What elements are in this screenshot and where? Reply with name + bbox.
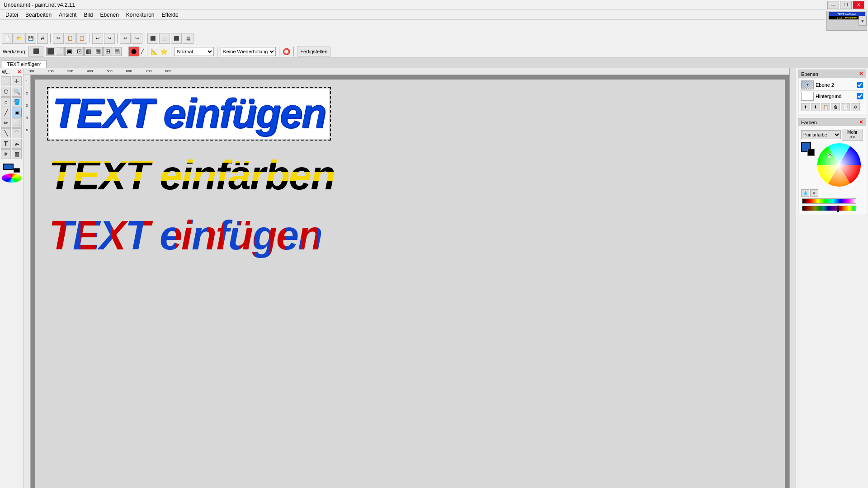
layer-duplicate-btn[interactable]: 📋 — [821, 103, 830, 111]
shape-btn-2[interactable]: ⬜ — [56, 47, 65, 56]
color-palette-bar[interactable] — [802, 206, 856, 211]
magic-wand-tool[interactable]: ✵ — [1, 149, 11, 159]
text-tool[interactable]: T — [1, 139, 11, 149]
shape-btn-3[interactable]: ▣ — [65, 47, 74, 56]
options-sep1 — [125, 47, 125, 56]
close-button[interactable]: ✕ — [853, 1, 864, 9]
angle-icon: 📐 — [151, 48, 158, 55]
toolbox-close-button[interactable]: ✕ — [17, 69, 21, 75]
menu-bild[interactable]: Bild — [80, 11, 96, 19]
shape-btn-4[interactable]: ⊡ — [75, 47, 84, 56]
menu-bearbeiten[interactable]: Bearbeiten — [22, 11, 55, 19]
color-hex-btn[interactable]: # — [810, 189, 818, 197]
zoom-tool[interactable]: 🔍 — [12, 87, 22, 97]
main-toolbar: 📄 📂 💾 🖨 ✂ 📋 📋 ↩ ↪ ↩ ↪ ⬛ ⬜ ⬛ ▤ — [0, 32, 868, 45]
layer-props-btn[interactable]: ⚙ — [851, 103, 860, 111]
tab-bar: TEXT einfügen* — [0, 58, 868, 68]
text-einf-gen-1: TEXT einfügen — [49, 89, 329, 139]
thumbnail-arrow[interactable]: ▼ — [859, 16, 867, 26]
layer-delete-btn[interactable]: 🗑 — [831, 103, 840, 111]
number-tool[interactable]: ⌲ — [12, 139, 22, 149]
line-tool[interactable]: ╲ — [1, 128, 11, 138]
options-sep2 — [147, 47, 147, 56]
colors-panel-close[interactable]: ✕ — [859, 119, 863, 125]
text-layer-1: TEXT einfügen — [35, 84, 785, 143]
select-rect-tool[interactable]: ⬜ — [1, 76, 11, 86]
brush-tool[interactable]: ╱ — [1, 108, 11, 117]
menu-datei[interactable]: Datei — [2, 11, 22, 19]
move-tool[interactable]: ✛ — [12, 76, 22, 86]
svg-point-1 — [817, 143, 861, 187]
layer-item-2[interactable]: T Ebene 2 — [800, 80, 864, 91]
shape-btn-7[interactable]: ⊞ — [103, 47, 112, 56]
shape-btn-1[interactable]: ⬛ — [46, 47, 55, 56]
more-button[interactable]: Mehr >> — [842, 129, 863, 141]
menu-ansicht[interactable]: Ansicht — [55, 11, 80, 19]
canvas-viewport[interactable]: TEXT einfügen TEXT einfärben TEXT einfüg… — [31, 75, 789, 488]
clone-tool[interactable]: ▣ — [12, 108, 22, 117]
eraser-tool[interactable]: ⬜ — [12, 118, 22, 128]
color-wheel-svg[interactable] — [816, 142, 862, 188]
toolbar-extra2[interactable]: ⬜ — [159, 33, 170, 44]
toolbox-color-area — [2, 164, 22, 173]
layer-down-btn[interactable]: ⬇ — [811, 103, 820, 111]
layer-background[interactable]: Hintergrund — [800, 91, 864, 102]
hue-spectrum-bar[interactable] — [802, 198, 856, 204]
tool-size-display[interactable]: ⬛ — [28, 47, 44, 56]
copy-button[interactable]: 📋 — [65, 33, 75, 44]
curve-tool[interactable]: ⌒ — [12, 128, 22, 138]
werkzeug-label: Werkzeug: — [3, 49, 26, 54]
layer-2-name: Ebene 2 — [816, 82, 855, 88]
toolbox-color-wheel[interactable] — [2, 174, 22, 183]
primary-color-box[interactable] — [3, 164, 14, 170]
undo2-button[interactable]: ↩ — [120, 33, 131, 44]
minimize-button[interactable]: — — [827, 1, 839, 9]
separator-3 — [117, 33, 118, 43]
toolbar-extra1[interactable]: ⬛ — [147, 33, 158, 44]
undo-button[interactable]: ↩ — [92, 33, 103, 44]
menu-effekte[interactable]: Effekte — [158, 11, 182, 19]
menu-ebenen[interactable]: Ebenen — [96, 11, 122, 19]
text-einfugen-2: TEXT einfügen — [49, 212, 322, 259]
redo2-button[interactable]: ↪ — [132, 33, 142, 44]
new-button[interactable]: 📄 — [2, 33, 13, 44]
color-swatches-area — [800, 141, 864, 188]
layer-bg-thumb — [801, 92, 814, 101]
canvas-area[interactable]: 100 200 300 400 500 600 700 800 1 2 3 4 … — [24, 68, 796, 488]
ellipse-tool[interactable]: ○ — [1, 97, 11, 107]
layers-panel-close[interactable]: ✕ — [859, 71, 863, 77]
redo-button[interactable]: ↪ — [104, 33, 115, 44]
blend-mode-select[interactable]: Normal Multiplizieren Addieren Überlager… — [175, 47, 214, 56]
pencil-tool[interactable]: ✏ — [1, 118, 11, 128]
secondary-color-box[interactable] — [14, 168, 20, 173]
layer-2-visible[interactable] — [857, 82, 863, 88]
layer-bg-visible[interactable] — [857, 93, 863, 99]
image-tab[interactable]: TEXT einfügen* — [2, 60, 47, 68]
print-button[interactable]: 🖨 — [37, 33, 48, 44]
recolor-tool[interactable]: 🪣 — [12, 97, 22, 107]
cut-button[interactable]: ✂ — [53, 33, 64, 44]
shape-btn-5[interactable]: ▥ — [84, 47, 93, 56]
restore-button[interactable]: ❐ — [840, 1, 852, 9]
layer-add-btn[interactable]: 📄 — [841, 103, 850, 111]
open-button[interactable]: 📂 — [14, 33, 24, 44]
shape-btn-6[interactable]: ▦ — [94, 47, 103, 56]
gradient-tool[interactable]: ▧ — [12, 149, 22, 159]
secondary-color-swatch[interactable] — [807, 149, 815, 156]
select-lasso-tool[interactable]: ⬡ — [1, 87, 11, 97]
color-indicator[interactable]: ⬤ — [128, 47, 139, 56]
color-dropper-btn[interactable]: 💧 — [801, 189, 809, 197]
layer-up-btn[interactable]: ⬆ — [801, 103, 810, 111]
primary-secondary-select[interactable]: Primärfarbe Sekundärfarbe — [801, 130, 841, 139]
save-button[interactable]: 💾 — [25, 33, 36, 44]
toolbar-extra3[interactable]: ⬛ — [171, 33, 182, 44]
toolbox-label: W... — [2, 70, 9, 75]
menu-korrekturen[interactable]: Korrekturen — [123, 11, 158, 19]
vertical-scrollbar[interactable] — [789, 68, 796, 488]
repeat-mode-select[interactable]: Keine Wiederholung Kacheln — [221, 47, 276, 56]
fertigstellen-button[interactable]: Fertigstellen — [297, 47, 330, 56]
shape-btn-8[interactable]: ▤ — [113, 47, 122, 56]
toolbox-panel: W... ✕ ⬜ ✛ ⬡ 🔍 ○ 🪣 ╱ ▣ ✏ ⬜ ╲ ⌒ T ⌲ ✵ ▧ — [0, 68, 24, 488]
toolbar-extra4[interactable]: ▤ — [183, 33, 193, 44]
paste-button[interactable]: 📋 — [76, 33, 87, 44]
